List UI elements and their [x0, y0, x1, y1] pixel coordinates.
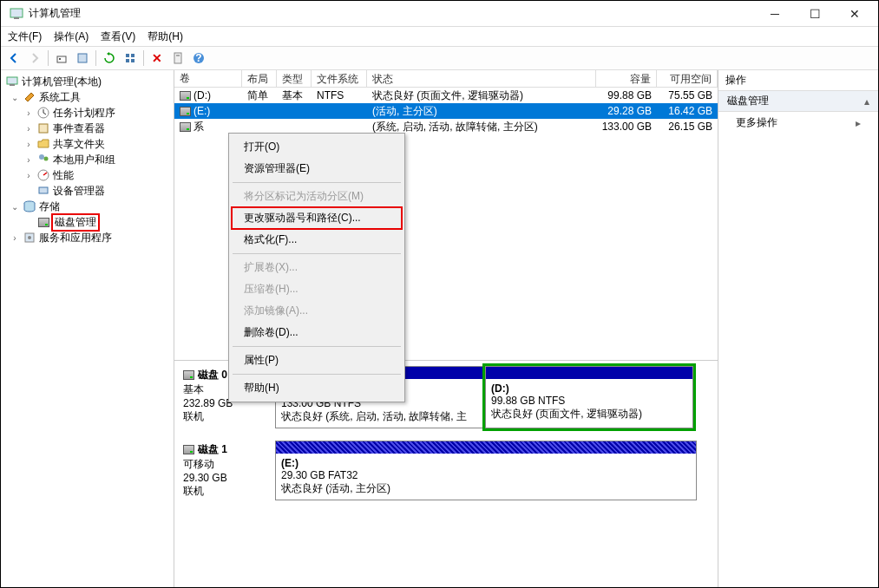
- computer-icon: [5, 75, 19, 88]
- window-title: 计算机管理: [29, 6, 755, 21]
- col-free[interactable]: 可用空间: [657, 70, 718, 87]
- context-item: 扩展卷(X)...: [232, 257, 402, 278]
- expand-icon[interactable]: ›: [23, 155, 34, 165]
- volume-row[interactable]: (E:)(活动, 主分区)29.28 GB16.42 GB: [174, 103, 718, 119]
- context-menu[interactable]: 打开(O)资源管理器(E)将分区标记为活动分区(M)更改驱动器号和路径(C)..…: [228, 133, 405, 402]
- folder-icon: [36, 137, 50, 151]
- delete-button[interactable]: ✕: [148, 49, 167, 68]
- navigation-tree[interactable]: 计算机管理(本地) ⌄ 系统工具 › 任务计划程序 › 事件查看器 › 共享文件…: [1, 70, 174, 587]
- svg-text:?: ?: [195, 52, 201, 64]
- expand-icon[interactable]: ›: [23, 140, 34, 149]
- storage-icon: [23, 199, 36, 213]
- col-status[interactable]: 状态: [367, 70, 596, 87]
- actions-panel: 操作 磁盘管理 ▴ 更多操作 ▸: [718, 70, 878, 587]
- tree-event-viewer[interactable]: › 事件查看器: [1, 121, 174, 136]
- app-icon: [10, 7, 23, 21]
- col-filesystem[interactable]: 文件系统: [312, 70, 367, 87]
- col-type[interactable]: 类型: [277, 70, 312, 87]
- menu-view[interactable]: 查看(V): [101, 29, 135, 44]
- close-button[interactable]: ✕: [835, 1, 875, 27]
- col-volume[interactable]: 卷: [174, 70, 242, 87]
- partition-header: [486, 367, 692, 379]
- expand-icon[interactable]: ›: [23, 108, 34, 118]
- menu-action[interactable]: 操作(A): [54, 29, 89, 44]
- tree-local-users[interactable]: › 本地用户和组: [1, 152, 174, 167]
- svg-rect-2: [57, 56, 66, 62]
- actions-title: 操作: [718, 70, 878, 91]
- svg-point-23: [28, 236, 31, 239]
- svg-point-17: [39, 154, 44, 160]
- expand-icon[interactable]: ›: [23, 171, 34, 180]
- volume-list-header: 卷 布局 类型 文件系统 状态 容量 可用空间: [174, 70, 718, 88]
- svg-rect-16: [39, 124, 48, 133]
- up-button[interactable]: [52, 49, 71, 68]
- help-button[interactable]: ?: [189, 49, 208, 68]
- context-separator: [233, 182, 401, 183]
- menu-bar: 文件(F) 操作(A) 查看(V) 帮助(H): [1, 27, 878, 46]
- expand-icon[interactable]: ›: [23, 124, 34, 134]
- actions-section[interactable]: 磁盘管理 ▴: [718, 91, 878, 112]
- context-separator: [233, 253, 401, 254]
- back-button[interactable]: [4, 49, 23, 68]
- disk-info: 磁盘 1可移动29.30 GB联机: [180, 441, 275, 500]
- tree-performance[interactable]: › 性能: [1, 167, 174, 183]
- tree-shared-folders[interactable]: › 共享文件夹: [1, 136, 174, 152]
- tree-device-manager[interactable]: 设备管理器: [1, 183, 174, 199]
- view-button[interactable]: [121, 49, 140, 68]
- properties-button[interactable]: [73, 49, 92, 68]
- menu-file[interactable]: 文件(F): [8, 29, 42, 44]
- event-icon: [36, 121, 50, 135]
- col-capacity[interactable]: 容量: [596, 70, 657, 87]
- svg-rect-3: [59, 58, 61, 60]
- refresh-button[interactable]: [100, 49, 119, 68]
- device-icon: [36, 184, 50, 198]
- disk-icon: [36, 215, 50, 229]
- context-item[interactable]: 打开(O): [232, 136, 402, 158]
- tree-disk-management[interactable]: 磁盘管理: [1, 214, 174, 230]
- tree-system-tools[interactable]: ⌄ 系统工具: [1, 89, 174, 105]
- context-item[interactable]: 帮助(H): [232, 377, 402, 399]
- partition-body: (E:)29.30 GB FAT32状态良好 (活动, 主分区): [276, 454, 696, 500]
- tree-storage[interactable]: ⌄ 存储: [1, 199, 174, 214]
- tools-icon: [23, 90, 36, 104]
- context-item[interactable]: 更改驱动器号和路径(C)...: [232, 207, 402, 229]
- tree-services-apps[interactable]: › 服务和应用程序: [1, 230, 174, 245]
- tree-task-scheduler[interactable]: › 任务计划程序: [1, 105, 174, 121]
- expand-icon[interactable]: ⌄: [10, 202, 20, 212]
- partition-header: [276, 441, 696, 454]
- drive-icon: [180, 122, 191, 132]
- context-item[interactable]: 资源管理器(E): [232, 158, 402, 180]
- svg-rect-8: [131, 59, 134, 62]
- volume-row[interactable]: (D:)简单基本NTFS状态良好 (页面文件, 逻辑驱动器)99.88 GB75…: [174, 88, 718, 103]
- actions-more[interactable]: 更多操作 ▸: [718, 112, 878, 134]
- svg-rect-9: [174, 53, 181, 63]
- context-item[interactable]: 格式化(F)...: [232, 229, 402, 251]
- svg-rect-5: [126, 54, 129, 57]
- context-item: 压缩卷(H)...: [232, 278, 402, 300]
- context-item[interactable]: 属性(P): [232, 350, 402, 371]
- title-bar: 计算机管理 ─ ☐ ✕: [1, 1, 878, 27]
- expand-icon[interactable]: ⌄: [10, 93, 20, 102]
- partition[interactable]: (D:)99.88 GB NTFS状态良好 (页面文件, 逻辑驱动器): [485, 366, 693, 428]
- expand-icon[interactable]: ›: [10, 233, 20, 243]
- toolbar: ✕ ?: [1, 46, 878, 70]
- menu-help[interactable]: 帮助(H): [148, 29, 183, 44]
- svg-rect-0: [10, 9, 23, 17]
- context-separator: [233, 346, 401, 347]
- drive-icon: [180, 91, 191, 101]
- minimize-button[interactable]: ─: [755, 1, 795, 27]
- partition[interactable]: (E:)29.30 GB FAT32状态良好 (活动, 主分区): [275, 441, 697, 500]
- settings-button[interactable]: [168, 49, 187, 68]
- context-item: 将分区标记为活动分区(M): [232, 186, 402, 207]
- svg-point-18: [44, 157, 49, 161]
- maximize-button[interactable]: ☐: [795, 1, 835, 27]
- chevron-right-icon: ▸: [856, 117, 861, 129]
- disk-icon: [183, 370, 194, 380]
- context-separator: [233, 374, 401, 375]
- users-icon: [36, 153, 50, 167]
- svg-rect-20: [39, 187, 48, 193]
- col-layout[interactable]: 布局: [242, 70, 277, 87]
- tree-root[interactable]: 计算机管理(本地): [1, 74, 174, 89]
- context-item[interactable]: 删除卷(D)...: [232, 322, 402, 343]
- forward-button[interactable]: [25, 49, 44, 68]
